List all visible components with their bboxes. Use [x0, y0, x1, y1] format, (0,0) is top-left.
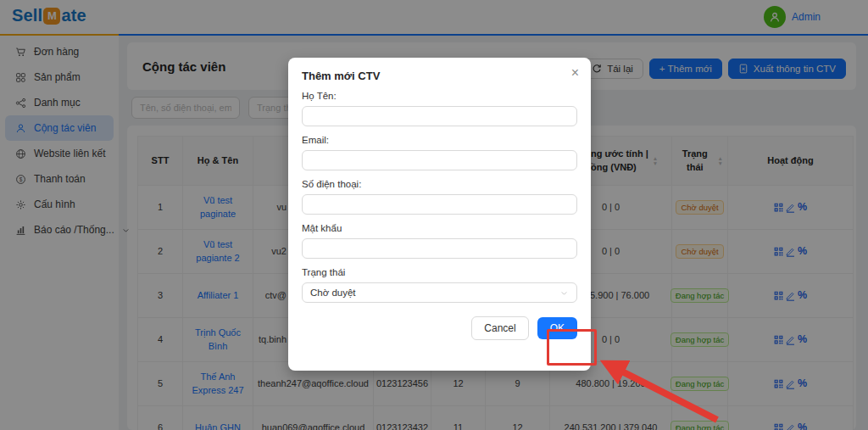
field-label: Trạng thái — [302, 267, 577, 277]
select-value: Chờ duyệt — [310, 288, 356, 298]
modal-field: Họ Tên: — [302, 91, 577, 126]
status-select[interactable]: Chờ duyệt — [302, 282, 577, 303]
name-field[interactable] — [302, 106, 577, 126]
chevron-down-icon — [560, 289, 569, 298]
cancel-button[interactable]: Cancel — [471, 316, 528, 340]
add-ctv-modal: Thêm mới CTV × Họ Tên:Email:Số điện thoạ… — [288, 58, 591, 371]
close-icon[interactable]: × — [571, 66, 579, 80]
annotation-highlight-box — [547, 329, 597, 366]
modal-field: Trạng tháiChờ duyệt — [302, 267, 577, 303]
field-label: Số điện thoại: — [302, 179, 577, 189]
password-field[interactable] — [302, 238, 577, 259]
phone-field[interactable] — [302, 194, 577, 215]
field-label: Email: — [302, 135, 577, 145]
modal-field: Email: — [302, 135, 577, 170]
modal-footer: Cancel OK — [302, 316, 577, 340]
modal-field: Mật khẩu — [302, 223, 577, 259]
field-label: Mật khẩu — [302, 223, 577, 233]
field-label: Họ Tên: — [302, 91, 577, 101]
app-screen: SellMate Admin Đơn hàngSản phẩmDanh mụcC… — [0, 0, 868, 430]
email-field[interactable] — [302, 150, 577, 170]
modal-title: Thêm mới CTV — [302, 70, 577, 82]
modal-field: Số điện thoại: — [302, 179, 577, 215]
